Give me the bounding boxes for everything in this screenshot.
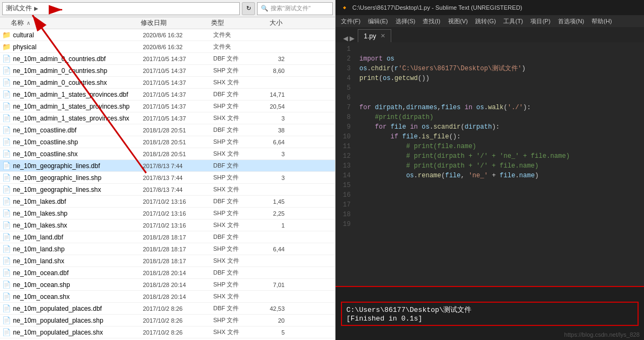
- line-number: 15: [336, 181, 351, 190]
- file-size: 6,64: [257, 139, 289, 145]
- folder-icon: 📁: [2, 43, 13, 51]
- menu-item[interactable]: 跳转(G): [472, 15, 499, 27]
- file-date: 2018/1/28 18:17: [143, 258, 213, 264]
- code-line: [359, 181, 640, 190]
- line-number: 1: [336, 44, 351, 54]
- list-item[interactable]: 📄ne_10m_coastline.dbf2018/1/28 20:51DBF …: [0, 124, 335, 136]
- col-name-header[interactable]: 名称 ∧: [0, 18, 141, 28]
- list-item[interactable]: 📄ne_10m_ocean.dbf2018/1/28 20:14DBF 文件: [0, 267, 335, 279]
- file-type: DBF 文件: [213, 269, 257, 277]
- code-line: [359, 190, 640, 200]
- explorer-toolbar: 测试文件 ▶ ↻ 🔍 搜索"测试文件": [0, 0, 335, 17]
- file-date: 2017/10/2 8:26: [143, 317, 213, 324]
- list-item[interactable]: 📄ne_10m_land.dbf2018/1/28 18:17DBF 文件: [0, 231, 335, 243]
- file-size: 8,60: [257, 68, 289, 74]
- menu-item[interactable]: 首选项(N): [555, 15, 587, 27]
- menu-item[interactable]: 视图(V): [445, 15, 471, 27]
- col-size-header[interactable]: 大小: [254, 18, 287, 28]
- tab-close-icon[interactable]: ✕: [380, 32, 385, 39]
- file-size: 6,44: [257, 246, 289, 252]
- list-item[interactable]: 📄ne_10m_coastline.shp2018/1/28 20:51SHP …: [0, 136, 335, 148]
- file-icon: 📄: [2, 174, 13, 182]
- menu-item[interactable]: 帮助(H): [588, 15, 615, 27]
- line-number: 16: [336, 190, 351, 200]
- refresh-icon: ↻: [246, 5, 251, 12]
- file-type: SHP 文件: [213, 281, 257, 289]
- file-date: 2018/1/28 20:51: [143, 151, 213, 157]
- list-item[interactable]: 📄ne_10m_populated_places.shx2017/10/2 8:…: [0, 326, 335, 338]
- file-icon: 📄: [2, 185, 13, 194]
- list-item[interactable]: 📁physical2020/8/6 16:32文件夹: [0, 41, 335, 53]
- breadcrumb-arrow-icon: ▶: [34, 5, 38, 11]
- menu-item[interactable]: 文件(F): [338, 15, 364, 27]
- file-icon: 📄: [2, 114, 13, 122]
- code-area[interactable]: import osos.chdir(r'C:\Users\86177\Deskt…: [355, 42, 644, 286]
- search-placeholder: 搜索"测试文件": [271, 4, 311, 12]
- file-name: ne_10m_admin_0_countries.shp: [13, 67, 143, 75]
- file-icon: 📄: [2, 292, 13, 301]
- nav-arrows[interactable]: ◀ ▶: [340, 35, 358, 42]
- list-item[interactable]: 📄ne_10m_land.shp2018/1/28 18:17SHP 文件6,4…: [0, 243, 335, 255]
- watermark: https://blog.csdn.net/lys_828: [564, 331, 640, 338]
- file-type: DBF 文件: [213, 304, 257, 312]
- list-item[interactable]: 📁cultural2020/8/6 16:32文件夹: [0, 29, 335, 41]
- menu-item[interactable]: 选择(S): [392, 15, 419, 27]
- list-item[interactable]: 📄ne_10m_geographic_lines.shp2017/8/13 7:…: [0, 172, 335, 184]
- list-item[interactable]: 📄ne_10m_admin_1_states_provinces.dbf2017…: [0, 89, 335, 101]
- file-type: DBF 文件: [213, 90, 257, 98]
- tab-1py[interactable]: 1.py ✕: [358, 29, 391, 42]
- list-item[interactable]: 📄ne_10m_lakes.shp2017/10/2 13:16SHP 文件2,…: [0, 208, 335, 219]
- code-line: # print(file.name): [359, 142, 640, 151]
- list-item[interactable]: 📄ne_10m_geographic_lines.shx2017/8/13 7:…: [0, 184, 335, 196]
- file-name: cultural: [13, 31, 143, 39]
- file-size: 1: [257, 222, 289, 229]
- line-number: 4: [336, 74, 351, 83]
- file-date: 2017/8/13 7:44: [143, 186, 213, 193]
- list-item[interactable]: 📄ne_10m_admin_0_countries.dbf2017/10/5 1…: [0, 53, 335, 65]
- list-item[interactable]: 📄ne_10m_geographic_lines.dbf2017/8/13 7:…: [0, 160, 335, 172]
- list-item[interactable]: 📄ne_10m_coastline.shx2018/1/28 20:51SHX …: [0, 148, 335, 160]
- list-item[interactable]: 📄ne_10m_admin_0_countries.shx2017/10/5 1…: [0, 77, 335, 89]
- code-line: [359, 93, 640, 103]
- file-icon: 📄: [2, 245, 13, 253]
- line-number: 12: [336, 151, 351, 161]
- list-item[interactable]: 📄ne_10m_ocean.shp2018/1/28 20:14SHP 文件7,…: [0, 279, 335, 291]
- file-icon: 📄: [2, 78, 13, 86]
- menu-item[interactable]: 工具(T): [500, 15, 526, 27]
- list-item[interactable]: 📄ne_10m_lakes.dbf2017/10/2 13:16DBF 文件1,…: [0, 196, 335, 208]
- file-name: ne_10m_lakes.shp: [13, 210, 143, 217]
- breadcrumb[interactable]: 测试文件 ▶: [2, 2, 240, 15]
- code-line: # print(dirpath + '/' + 'ne_' + file.nam…: [359, 151, 640, 161]
- file-type: SHP 文件: [213, 66, 257, 75]
- list-item[interactable]: 📄ne_10m_land.shx2018/1/28 18:17SHX 文件: [0, 255, 335, 267]
- file-size: 38: [257, 127, 289, 134]
- file-icon: 📄: [2, 55, 13, 63]
- file-list[interactable]: 📁cultural2020/8/6 16:32文件夹📁physical2020/…: [0, 29, 335, 340]
- col-date-header[interactable]: 修改日期: [141, 18, 211, 28]
- file-date: 2017/8/13 7:44: [143, 163, 213, 169]
- tab-filename: 1.py: [364, 32, 376, 40]
- menu-item[interactable]: 编辑(E): [365, 15, 391, 27]
- menu-item[interactable]: 查找(I): [419, 15, 443, 27]
- list-item[interactable]: 📄ne_10m_populated_places.dbf2017/10/2 8:…: [0, 303, 335, 315]
- file-date: 2017/10/2 8:26: [143, 329, 213, 336]
- refresh-button[interactable]: ↻: [242, 2, 255, 15]
- editor-area[interactable]: 12345678910111213141516171819 import oso…: [336, 42, 644, 286]
- list-item[interactable]: 📄ne_10m_admin_1_states_provinces.shx2017…: [0, 112, 335, 124]
- search-bar[interactable]: 🔍 搜索"测试文件": [257, 2, 333, 15]
- file-size: 3: [257, 151, 289, 157]
- file-icon: 📄: [2, 281, 13, 289]
- file-name: ne_10m_ocean.shx: [13, 293, 143, 301]
- list-item[interactable]: 📄ne_10m_admin_0_countries.shp2017/10/5 1…: [0, 65, 335, 77]
- code-line: [359, 44, 640, 54]
- list-item[interactable]: 📄ne_10m_ocean.shx2018/1/28 20:14SHX 文件: [0, 291, 335, 303]
- list-item[interactable]: 📄ne_10m_lakes.shx2017/10/2 13:16SHX 文件1: [0, 219, 335, 231]
- file-type: DBF 文件: [213, 233, 257, 241]
- sort-arrow-icon: ∧: [27, 20, 30, 26]
- col-type-header[interactable]: 类型: [211, 18, 254, 28]
- line-number: 10: [336, 132, 351, 142]
- menu-item[interactable]: 项目(P): [527, 15, 554, 27]
- file-type: DBF 文件: [213, 162, 257, 170]
- list-item[interactable]: 📄ne_10m_populated_places.shp2017/10/2 8:…: [0, 315, 335, 326]
- list-item[interactable]: 📄ne_10m_admin_1_states_provinces.shp2017…: [0, 101, 335, 112]
